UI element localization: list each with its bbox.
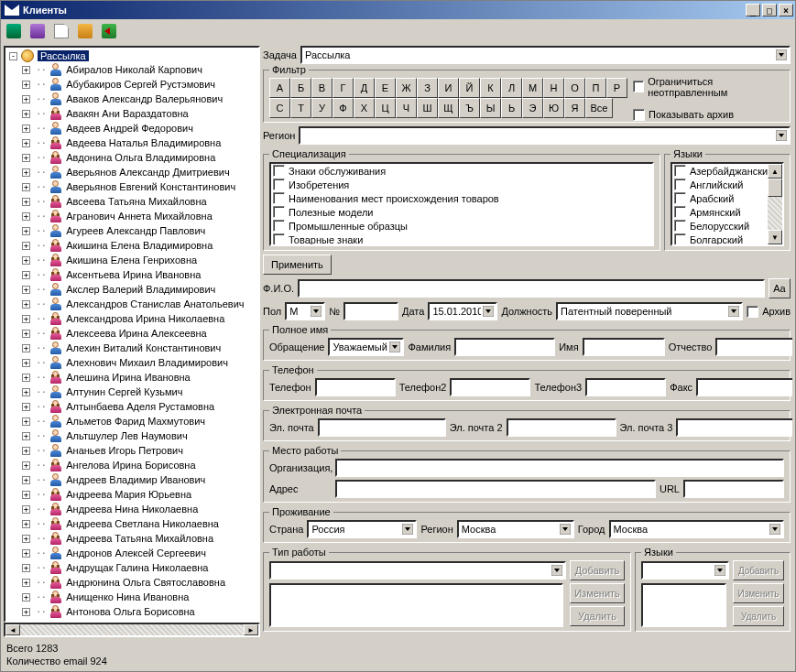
- letter-button[interactable]: П: [585, 78, 606, 98]
- letter-button[interactable]: М: [522, 78, 543, 98]
- checkbox-icon[interactable]: [674, 165, 686, 177]
- book-icon[interactable]: [6, 24, 21, 38]
- letter-button[interactable]: Г: [333, 78, 354, 98]
- expand-icon[interactable]: [22, 286, 30, 294]
- tree-node[interactable]: ··Анищенко Нина Ивановна: [5, 590, 258, 604]
- list-item[interactable]: Арабский: [672, 191, 782, 205]
- checkbox-icon[interactable]: [273, 233, 285, 245]
- email2-input[interactable]: [507, 418, 616, 437]
- letter-button[interactable]: Ы: [480, 98, 501, 118]
- letter-button[interactable]: Р: [606, 78, 627, 98]
- expand-icon[interactable]: [22, 608, 30, 616]
- list-item[interactable]: Наименования мест происхождения товаров: [271, 191, 652, 205]
- letter-button[interactable]: Т: [290, 98, 311, 118]
- langs2-edit-button[interactable]: Изменить: [733, 583, 784, 603]
- tree-node[interactable]: ··Акишина Елена Владимировна: [5, 238, 258, 253]
- letter-button[interactable]: Щ: [438, 98, 459, 118]
- expand-icon[interactable]: [22, 110, 30, 118]
- letter-button[interactable]: Х: [354, 98, 375, 118]
- tree-node[interactable]: ··Алексеева Ирина Алексеевна: [5, 326, 258, 341]
- expand-icon[interactable]: [22, 212, 30, 221]
- tree-node[interactable]: ··Андрюнина Ольга Святославовна: [5, 575, 258, 590]
- expand-icon[interactable]: [22, 491, 30, 499]
- tree-node[interactable]: ··Авакян Ани Вараздатовна: [5, 106, 258, 121]
- expand-icon[interactable]: [22, 183, 30, 191]
- number-input[interactable]: [343, 302, 398, 320]
- letter-button[interactable]: Ю: [543, 98, 564, 118]
- list-item[interactable]: Изобретения: [271, 178, 652, 191]
- letter-button[interactable]: Е: [375, 78, 396, 98]
- email3-input[interactable]: [676, 418, 792, 437]
- expand-icon[interactable]: [22, 95, 30, 103]
- checkbox-icon[interactable]: [674, 179, 686, 190]
- letter-button[interactable]: С: [269, 98, 290, 118]
- archive-checkbox[interactable]: Архив: [747, 306, 791, 318]
- tree-node[interactable]: ··Акслер Валерий Владимирович: [5, 282, 258, 297]
- tree-node[interactable]: ··Алтынбаева Аделя Рустамовна: [5, 399, 258, 414]
- letter-button[interactable]: Ж: [396, 78, 417, 98]
- region2-combo[interactable]: Москва: [457, 520, 574, 538]
- letter-button[interactable]: О: [564, 78, 585, 98]
- tree-node[interactable]: ··Андреева Татьяна Михайловна: [5, 531, 258, 546]
- expand-icon[interactable]: [22, 374, 30, 382]
- langs2-add-button[interactable]: Добавить: [733, 560, 784, 580]
- tree-horizontal-scrollbar[interactable]: ◄ ►: [4, 623, 260, 637]
- tree-node[interactable]: ··Авдеева Наталья Владимировна: [5, 135, 258, 150]
- list-item[interactable]: Промышленные образцы: [271, 219, 652, 233]
- expand-icon[interactable]: [22, 139, 30, 147]
- expand-icon[interactable]: [22, 315, 30, 323]
- expand-icon[interactable]: [22, 535, 30, 543]
- expand-icon[interactable]: [22, 330, 30, 338]
- tree-node[interactable]: ··Ананьев Игорь Петрович: [5, 443, 258, 458]
- fio-input[interactable]: [298, 279, 765, 298]
- tree-node[interactable]: ··Аваков Александр Валерьянович: [5, 92, 258, 106]
- jobtype-edit-button[interactable]: Изменить: [570, 583, 625, 603]
- letter-button[interactable]: Ф: [333, 98, 354, 118]
- expand-icon[interactable]: [22, 461, 30, 470]
- tree-node[interactable]: ··Александрова Ирина Николаевна: [5, 311, 258, 326]
- expand-icon[interactable]: [22, 300, 30, 309]
- tree-node[interactable]: ··Агуреев Александр Павлович: [5, 223, 258, 238]
- specialization-list[interactable]: Знаки обслуживанияИзобретенияНаименовани…: [269, 162, 654, 246]
- list-item[interactable]: Знаки обслуживания: [271, 164, 652, 178]
- phone2-input[interactable]: [450, 378, 530, 396]
- list-item[interactable]: Армянский: [672, 205, 782, 219]
- expand-icon[interactable]: [22, 154, 30, 162]
- tree-node[interactable]: ··Абубакиров Сергей Рустэмович: [5, 77, 258, 92]
- checkbox-icon[interactable]: [273, 220, 285, 232]
- case-button[interactable]: Aa: [769, 278, 791, 298]
- list-item[interactable]: Английский: [672, 178, 782, 191]
- new-page-icon[interactable]: [54, 24, 69, 38]
- expand-icon[interactable]: [22, 520, 30, 528]
- client-tree[interactable]: - Рассылка ··Абиралов Николай Карпович··…: [4, 46, 260, 623]
- letter-button[interactable]: Ц: [375, 98, 396, 118]
- surname-input[interactable]: [454, 338, 555, 356]
- expand-icon[interactable]: [22, 256, 30, 265]
- tree-node[interactable]: ··Абиралов Николай Карпович: [5, 62, 258, 77]
- scroll-left-icon[interactable]: ◄: [5, 624, 20, 635]
- expand-icon[interactable]: [22, 432, 30, 440]
- tree-node[interactable]: ··Алешина Ирина Ивановна: [5, 370, 258, 385]
- fax-input[interactable]: [696, 378, 792, 396]
- letter-button[interactable]: Э: [522, 98, 543, 118]
- checkbox-icon[interactable]: [273, 179, 285, 190]
- expand-icon[interactable]: [22, 447, 30, 455]
- expand-icon[interactable]: [22, 505, 30, 514]
- tree-node[interactable]: ··Алехнович Михаил Владимирович: [5, 355, 258, 370]
- tree-node[interactable]: ··Александров Станислав Анатольевич: [5, 297, 258, 311]
- jobtype-add-button[interactable]: Добавить: [570, 560, 625, 580]
- close-button[interactable]: ×: [779, 4, 793, 16]
- scroll-down-icon[interactable]: ▼: [768, 230, 782, 244]
- tree-node[interactable]: ··Андреева Светлана Николаевна: [5, 516, 258, 531]
- letter-button[interactable]: И: [438, 78, 459, 98]
- expand-icon[interactable]: [22, 66, 30, 74]
- letter-button[interactable]: Ь: [501, 98, 522, 118]
- letter-button[interactable]: Л: [501, 78, 522, 98]
- letter-button[interactable]: Б: [290, 78, 311, 98]
- langs2-combo[interactable]: [641, 561, 729, 580]
- expand-icon[interactable]: [22, 388, 30, 396]
- scroll-thumb[interactable]: [768, 179, 782, 197]
- checkbox-icon[interactable]: [273, 206, 285, 218]
- package-icon[interactable]: [30, 24, 45, 38]
- tree-node[interactable]: ··Андреева Нина Николаевна: [5, 502, 258, 516]
